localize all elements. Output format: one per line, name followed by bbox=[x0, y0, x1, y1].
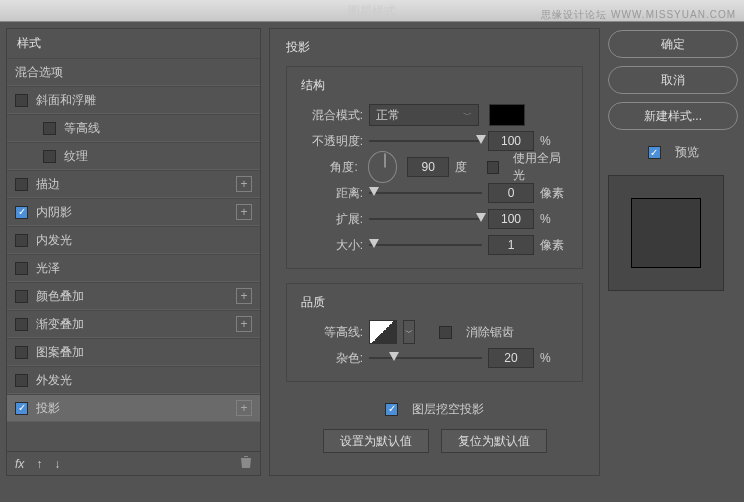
panel-title: 投影 bbox=[286, 39, 583, 56]
reset-default-button[interactable]: 复位为默认值 bbox=[441, 429, 547, 453]
global-light-label: 使用全局光 bbox=[513, 150, 568, 184]
noise-unit: % bbox=[540, 351, 568, 365]
style-item-10[interactable]: 外发光 bbox=[7, 366, 260, 394]
distance-input[interactable]: 0 bbox=[488, 183, 534, 203]
make-default-button[interactable]: 设置为默认值 bbox=[323, 429, 429, 453]
settings-panel: 投影 结构 混合模式: 正常 不透明度: 100 % 角度: 90 度 使用全局… bbox=[269, 28, 600, 476]
size-input[interactable]: 1 bbox=[488, 235, 534, 255]
title-bar: 图层样式 思缘设计论坛 WWW.MISSYUAN.COM bbox=[0, 0, 744, 22]
style-checkbox[interactable] bbox=[15, 374, 28, 387]
style-label: 渐变叠加 bbox=[36, 316, 84, 333]
opacity-input[interactable]: 100 bbox=[488, 131, 534, 151]
add-effect-icon[interactable]: + bbox=[236, 400, 252, 416]
noise-input[interactable]: 20 bbox=[488, 348, 534, 368]
size-slider[interactable] bbox=[369, 244, 482, 246]
style-checkbox[interactable] bbox=[15, 206, 28, 219]
size-unit: 像素 bbox=[540, 237, 568, 254]
preview-swatch bbox=[631, 198, 701, 268]
spread-unit: % bbox=[540, 212, 568, 226]
style-label: 描边 bbox=[36, 176, 60, 193]
watermark: 思缘设计论坛 WWW.MISSYUAN.COM bbox=[541, 4, 736, 26]
sidebar-footer: fx ↑ ↓ bbox=[7, 451, 260, 475]
style-item-9[interactable]: 图案叠加 bbox=[7, 338, 260, 366]
styles-header: 样式 bbox=[7, 29, 260, 58]
style-checkbox[interactable] bbox=[15, 346, 28, 359]
distance-label: 距离: bbox=[301, 185, 363, 202]
style-label: 图案叠加 bbox=[36, 344, 84, 361]
spread-input[interactable]: 100 bbox=[488, 209, 534, 229]
style-checkbox[interactable] bbox=[15, 290, 28, 303]
add-effect-icon[interactable]: + bbox=[236, 204, 252, 220]
contour-label: 等高线: bbox=[301, 324, 363, 341]
angle-unit: 度 bbox=[455, 159, 481, 176]
antialias-label: 消除锯齿 bbox=[466, 324, 514, 341]
distance-slider[interactable] bbox=[369, 192, 482, 194]
preview-checkbox[interactable] bbox=[648, 146, 661, 159]
style-item-3[interactable]: 描边+ bbox=[7, 170, 260, 198]
style-label: 纹理 bbox=[64, 148, 88, 165]
spread-label: 扩展: bbox=[301, 211, 363, 228]
style-label: 外发光 bbox=[36, 372, 72, 389]
color-swatch[interactable] bbox=[489, 104, 525, 126]
action-panel: 确定 取消 新建样式... 预览 bbox=[608, 28, 738, 476]
blend-mode-select[interactable]: 正常 bbox=[369, 104, 479, 126]
preview-label: 预览 bbox=[675, 144, 699, 161]
quality-title: 品质 bbox=[301, 294, 568, 311]
add-effect-icon[interactable]: + bbox=[236, 176, 252, 192]
angle-label: 角度: bbox=[301, 159, 358, 176]
structure-group: 结构 混合模式: 正常 不透明度: 100 % 角度: 90 度 使用全局光 bbox=[286, 66, 583, 269]
style-checkbox[interactable] bbox=[15, 402, 28, 415]
angle-dial[interactable] bbox=[368, 151, 397, 183]
distance-unit: 像素 bbox=[540, 185, 568, 202]
style-checkbox[interactable] bbox=[15, 178, 28, 191]
style-item-11[interactable]: 投影+ bbox=[7, 394, 260, 422]
preview-box bbox=[608, 175, 724, 291]
angle-input[interactable]: 90 bbox=[407, 157, 449, 177]
opacity-slider[interactable] bbox=[369, 140, 482, 142]
ok-button[interactable]: 确定 bbox=[608, 30, 738, 58]
noise-label: 杂色: bbox=[301, 350, 363, 367]
contour-picker[interactable] bbox=[369, 320, 397, 344]
new-style-button[interactable]: 新建样式... bbox=[608, 102, 738, 130]
style-item-8[interactable]: 渐变叠加+ bbox=[7, 310, 260, 338]
style-label: 颜色叠加 bbox=[36, 288, 84, 305]
style-label: 光泽 bbox=[36, 260, 60, 277]
knockout-checkbox[interactable] bbox=[385, 403, 398, 416]
style-checkbox[interactable] bbox=[15, 262, 28, 275]
structure-title: 结构 bbox=[301, 77, 568, 94]
style-item-4[interactable]: 内阴影+ bbox=[7, 198, 260, 226]
style-item-0[interactable]: 斜面和浮雕 bbox=[7, 86, 260, 114]
style-item-2[interactable]: 纹理 bbox=[7, 142, 260, 170]
knockout-label: 图层挖空投影 bbox=[412, 401, 484, 418]
arrow-up-icon[interactable]: ↑ bbox=[36, 457, 42, 471]
style-item-5[interactable]: 内发光 bbox=[7, 226, 260, 254]
style-label: 内发光 bbox=[36, 232, 72, 249]
contour-dropdown[interactable]: ﹀ bbox=[403, 320, 415, 344]
global-light-checkbox[interactable] bbox=[487, 161, 499, 174]
style-checkbox[interactable] bbox=[43, 150, 56, 163]
blend-options-item[interactable]: 混合选项 bbox=[7, 58, 260, 86]
antialias-checkbox[interactable] bbox=[439, 326, 452, 339]
opacity-unit: % bbox=[540, 134, 568, 148]
add-effect-icon[interactable]: + bbox=[236, 316, 252, 332]
spread-slider[interactable] bbox=[369, 218, 482, 220]
style-label: 投影 bbox=[36, 400, 60, 417]
style-checkbox[interactable] bbox=[15, 94, 28, 107]
style-item-1[interactable]: 等高线 bbox=[7, 114, 260, 142]
dialog-title: 图层样式 bbox=[348, 4, 396, 18]
fx-label[interactable]: fx bbox=[15, 457, 24, 471]
style-item-6[interactable]: 光泽 bbox=[7, 254, 260, 282]
style-checkbox[interactable] bbox=[15, 234, 28, 247]
quality-group: 品质 等高线: ﹀ 消除锯齿 杂色: 20 % bbox=[286, 283, 583, 382]
opacity-label: 不透明度: bbox=[301, 133, 363, 150]
style-checkbox[interactable] bbox=[43, 122, 56, 135]
arrow-down-icon[interactable]: ↓ bbox=[54, 457, 60, 471]
size-label: 大小: bbox=[301, 237, 363, 254]
noise-slider[interactable] bbox=[369, 357, 482, 359]
cancel-button[interactable]: 取消 bbox=[608, 66, 738, 94]
style-item-7[interactable]: 颜色叠加+ bbox=[7, 282, 260, 310]
style-checkbox[interactable] bbox=[15, 318, 28, 331]
add-effect-icon[interactable]: + bbox=[236, 288, 252, 304]
style-label: 内阴影 bbox=[36, 204, 72, 221]
trash-icon[interactable] bbox=[240, 455, 252, 472]
